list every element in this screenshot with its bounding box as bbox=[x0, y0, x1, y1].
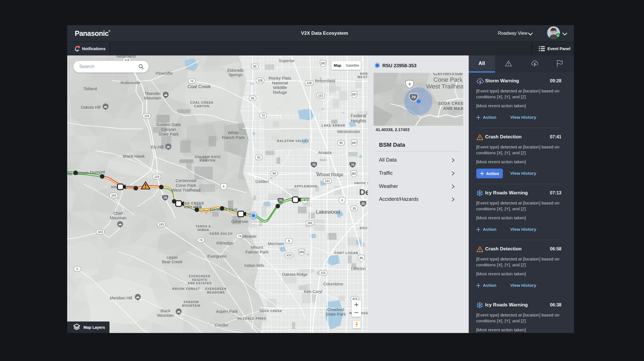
svg-text:121: 121 bbox=[325, 179, 330, 183]
svg-text:Littleton: Littleton bbox=[351, 266, 366, 271]
svg-text:74: 74 bbox=[238, 234, 241, 238]
svg-text:CANYON: CANYON bbox=[200, 159, 216, 162]
svg-text:Meridian Hill: Meridian Hill bbox=[110, 296, 132, 300]
svg-text:72: 72 bbox=[190, 79, 193, 83]
svg-text:Bear Creek: Bear Creek bbox=[162, 260, 183, 264]
svg-text:103: 103 bbox=[159, 223, 164, 226]
svg-text:Refuge: Refuge bbox=[273, 90, 287, 95]
svg-text:121: 121 bbox=[321, 271, 326, 274]
svg-text:WESTM: WESTM bbox=[358, 75, 368, 79]
svg-text:Arvada: Arvada bbox=[318, 150, 332, 155]
svg-text:Conifer: Conifer bbox=[215, 323, 228, 327]
svg-text:Black Hawk: Black Hawk bbox=[123, 154, 145, 159]
svg-text:Dakota Hill: Dakota Hill bbox=[81, 105, 101, 110]
svg-text:Rocky Flats: Rocky Flats bbox=[269, 76, 291, 80]
svg-text:6: 6 bbox=[409, 82, 410, 86]
svg-text:National: National bbox=[272, 80, 288, 85]
svg-text:93: 93 bbox=[253, 65, 256, 68]
svg-text:DEER CREEK: DEER CREEK bbox=[260, 309, 283, 313]
svg-text:Canyon: Canyon bbox=[161, 127, 176, 132]
svg-text:State Park: State Park bbox=[326, 312, 346, 316]
svg-text:NOR: NOR bbox=[360, 72, 368, 75]
svg-text:70: 70 bbox=[411, 95, 416, 99]
svg-text:Golden: Golden bbox=[255, 179, 269, 184]
svg-text:93: 93 bbox=[257, 156, 260, 159]
svg-text:103: 103 bbox=[111, 194, 116, 197]
svg-text:128: 128 bbox=[258, 79, 263, 82]
svg-text:Pinecliffe: Pinecliffe bbox=[156, 71, 173, 76]
svg-text:Nederland: Nederland bbox=[116, 55, 136, 59]
svg-text:ODA CREEK: ODA CREEK bbox=[181, 201, 204, 205]
svg-text:Chatfield: Chatfield bbox=[327, 307, 344, 312]
svg-text:Ely Hill: Ely Hill bbox=[151, 145, 163, 149]
svg-text:Evergreen: Evergreen bbox=[207, 254, 227, 258]
svg-text:Cone Park: Cone Park bbox=[433, 76, 463, 83]
svg-text:Indian Hills: Indian Hills bbox=[244, 263, 264, 268]
svg-text:SHADOW: SHADOW bbox=[183, 300, 199, 304]
svg-text:6: 6 bbox=[341, 199, 343, 202]
svg-text:Cone Park: Cone Park bbox=[176, 183, 196, 188]
svg-text:Kittredge: Kittredge bbox=[216, 241, 233, 245]
svg-text:Mount: Mount bbox=[251, 245, 263, 250]
svg-text:470: 470 bbox=[352, 297, 357, 301]
svg-text:Federal: Federal bbox=[351, 113, 366, 118]
svg-text:Ken Caryl: Ken Caryl bbox=[304, 289, 322, 294]
svg-text:Lakewood: Lakewood bbox=[316, 209, 340, 215]
svg-text:103: 103 bbox=[98, 230, 103, 234]
svg-text:EVERGREEN: EVERGREEN bbox=[189, 274, 211, 278]
svg-text:Superior: Superior bbox=[279, 58, 295, 63]
svg-text:KERR GULCH: KERR GULCH bbox=[210, 232, 233, 235]
svg-text:Eldorado: Eldorado bbox=[227, 68, 244, 73]
svg-text:70: 70 bbox=[164, 196, 167, 199]
svg-text:26: 26 bbox=[353, 207, 356, 210]
svg-text:85: 85 bbox=[360, 256, 363, 260]
svg-text:93: 93 bbox=[251, 97, 254, 100]
svg-text:SOUT: SOUT bbox=[360, 226, 368, 230]
svg-text:Mountain: Mountain bbox=[157, 313, 174, 318]
svg-text:70: 70 bbox=[351, 163, 354, 166]
svg-text:State Park: State Park bbox=[158, 132, 179, 136]
svg-text:De: De bbox=[359, 187, 368, 197]
svg-text:391: 391 bbox=[307, 221, 312, 225]
svg-text:Centennial: Centennial bbox=[176, 178, 196, 183]
svg-text:MOUNTAIN: MOUNTAIN bbox=[182, 304, 200, 307]
svg-text:Westminster: Westminster bbox=[337, 129, 360, 134]
svg-text:CANYON: CANYON bbox=[194, 104, 210, 108]
svg-text:MEADOWS: MEADOWS bbox=[207, 291, 225, 294]
svg-text:HEIGHTS: HEIGHTS bbox=[192, 278, 207, 281]
svg-text:Chief: Chief bbox=[113, 211, 123, 216]
svg-text:Mountain: Mountain bbox=[110, 216, 127, 220]
svg-text:HILLDALE PINES: HILLDALE PINES bbox=[237, 317, 266, 320]
svg-text:5: 5 bbox=[76, 267, 78, 271]
svg-text:58: 58 bbox=[272, 172, 276, 175]
svg-text:GOLDEN GATE: GOLDEN GATE bbox=[195, 155, 221, 159]
svg-text:HIWAN: HIWAN bbox=[198, 228, 209, 232]
svg-text:Ranch Park: Ranch Park bbox=[222, 135, 245, 140]
svg-text:Springs: Springs bbox=[228, 73, 242, 77]
svg-text:Rollinsville: Rollinsville bbox=[121, 80, 141, 85]
svg-text:AND ESTATES: AND ESTATES bbox=[188, 281, 212, 285]
svg-text:Heights: Heights bbox=[351, 118, 366, 123]
svg-text:White: White bbox=[228, 130, 239, 135]
svg-text:470: 470 bbox=[286, 254, 291, 257]
svg-text:TANOA &: TANOA & bbox=[195, 225, 211, 228]
svg-text:128: 128 bbox=[307, 81, 312, 85]
svg-text:Idledale: Idledale bbox=[242, 234, 257, 239]
svg-text:West Trailhea: West Trailhea bbox=[426, 83, 463, 90]
svg-text:72: 72 bbox=[262, 114, 265, 117]
svg-text:Thorodin: Thorodin bbox=[144, 91, 160, 96]
svg-text:Wildlife: Wildlife bbox=[273, 85, 287, 90]
svg-text:Broomfield: Broomfield bbox=[315, 78, 335, 83]
svg-text:AND M&B: AND M&B bbox=[184, 205, 202, 209]
svg-text:Mountain: Mountain bbox=[144, 96, 161, 100]
svg-text:EVERGREEN: EVERGREEN bbox=[205, 287, 227, 290]
svg-text:Wheat Ridge: Wheat Ridge bbox=[316, 172, 343, 177]
svg-text:Upper: Upper bbox=[167, 255, 178, 260]
svg-text:Morrison: Morrison bbox=[268, 241, 284, 246]
svg-text:FORT LOGAN: FORT LOGAN bbox=[335, 251, 358, 255]
svg-text:COAL CREEK: COAL CREEK bbox=[190, 101, 214, 104]
svg-text:Coal Creek: Coal Creek bbox=[188, 84, 211, 89]
svg-text:25: 25 bbox=[361, 202, 365, 205]
svg-text:287: 287 bbox=[321, 62, 326, 65]
svg-text:APPLEWOOD: APPLEWOOD bbox=[295, 185, 318, 188]
